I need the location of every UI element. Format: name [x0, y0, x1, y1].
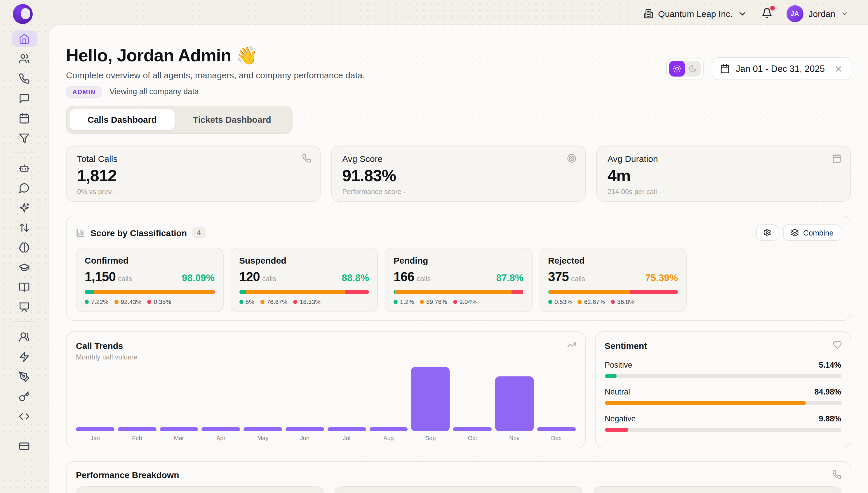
users-icon [19, 53, 30, 64]
graduation-cap-icon [19, 261, 30, 273]
sidebar-item-book-open[interactable] [12, 279, 37, 295]
stat-label: Avg Score [342, 153, 575, 164]
org-switcher[interactable]: Quantum Leap Inc. [643, 9, 747, 19]
classification-progress-bar [548, 290, 678, 294]
stat-value: 1,812 [77, 168, 310, 184]
page-subtitle: Complete overview of all agents, manager… [66, 69, 365, 81]
call-trends-chart: JanFebMarAprMayJunJulAugSepOctNovDec [76, 367, 575, 441]
sidebar-item-presentation[interactable] [12, 299, 37, 315]
section-title: Score by Classification [91, 228, 187, 238]
phone-icon [19, 73, 30, 84]
sidebar-item-message-circle[interactable] [12, 179, 37, 196]
sidebar-item-code[interactable] [12, 408, 37, 424]
sentiment-card: Sentiment Positive5.14%Neutral84.98%Nega… [595, 331, 851, 448]
sidebar-item-arrow-up-down[interactable] [12, 219, 37, 236]
sun-icon [673, 64, 681, 73]
sidebar-item-brain[interactable] [12, 239, 37, 255]
sidebar-item-users[interactable] [12, 50, 37, 67]
credit-card-icon [19, 441, 30, 451]
performance-breakdown-section: Performance Breakdown Total CallsActive … [66, 461, 851, 493]
tab-calls-dashboard[interactable]: Calls Dashboard [69, 109, 175, 130]
clear-date-icon[interactable] [833, 64, 843, 73]
layers-icon [791, 229, 799, 237]
chevron-down-icon [841, 10, 848, 18]
sidebar-item-credit-card[interactable] [12, 438, 37, 454]
bot-icon [19, 162, 30, 173]
zap-icon [19, 351, 30, 362]
stat-cards: Total Calls 1,812 0% vs prev · Avg Score… [66, 146, 851, 202]
page-header: Hello, Jordan Admin 👋 Complete overview … [66, 46, 365, 98]
bar-Jan [76, 427, 114, 431]
chart-subtitle: Monthly call volume [76, 353, 575, 361]
bar-Apr [202, 427, 240, 431]
pen-tool-icon [19, 371, 30, 382]
notification-dot [770, 5, 775, 10]
arrow-up-down-icon [19, 222, 30, 233]
sidebar-item-pen-tool[interactable] [12, 368, 37, 385]
sidebar-item-key[interactable] [12, 388, 37, 404]
notifications-button[interactable] [761, 7, 772, 20]
avatar: JA [786, 5, 803, 22]
performance-card-total-calls: Total Calls [76, 486, 324, 493]
legend-item: 5% [239, 298, 254, 305]
stat-value: 4m [608, 168, 840, 184]
sentiment-value: 9.88% [819, 414, 841, 424]
theme-toggle [666, 58, 704, 80]
performance-card-active-agents: Active Agents [335, 486, 583, 493]
sidebar-item-calendar[interactable] [12, 110, 37, 126]
trending-up-icon [567, 340, 576, 349]
sidebar-item-home[interactable] [12, 30, 37, 47]
section-title: Performance Breakdown [76, 470, 179, 479]
chevron-down-icon [737, 9, 747, 19]
role-badge: ADMIN [66, 86, 102, 97]
message-square-icon [19, 93, 30, 104]
classification-settings-button[interactable] [756, 224, 779, 241]
sentiment-bar [604, 374, 841, 378]
classification-count-badge: 4 [192, 227, 205, 238]
book-open-icon [19, 281, 30, 293]
sidebar-item-zap[interactable] [12, 348, 37, 365]
key-icon [19, 391, 30, 402]
legend-item: 92.43% [114, 298, 142, 305]
light-mode-button[interactable] [669, 61, 685, 77]
stat-sub: Performance score · [342, 188, 575, 196]
user-name: Jordan [808, 9, 835, 18]
x-axis-label: Apr [202, 435, 240, 441]
sentiment-bar [604, 401, 841, 405]
x-axis-label: Jun [285, 435, 324, 441]
sidebar-item-sparkles[interactable] [12, 199, 37, 216]
stat-sub: 0% vs prev · [77, 188, 310, 196]
classification-card-confirmed: Confirmed1,150calls98.09%7.22%92.43%0.35… [76, 248, 223, 312]
combine-button[interactable]: Combine [783, 224, 841, 241]
sidebar-item-bot[interactable] [12, 159, 37, 176]
presentation-icon [19, 301, 30, 313]
x-axis-label: Jan [76, 435, 114, 441]
user-menu[interactable]: JA Jordan [786, 5, 848, 22]
sidebar-divider [13, 153, 36, 153]
moon-icon [688, 64, 697, 73]
home-icon [19, 33, 30, 44]
brain-icon [19, 242, 30, 253]
sidebar-item-message-square[interactable] [12, 90, 37, 106]
sentiment-title: Sentiment [604, 340, 841, 351]
x-axis-label: May [244, 435, 282, 441]
target-icon [567, 154, 577, 163]
sidebar-item-phone[interactable] [12, 70, 37, 86]
topbar: Quantum Leap Inc. JA Jordan [643, 5, 848, 22]
date-range-picker[interactable]: Jan 01 - Dec 31, 2025 [712, 57, 851, 80]
bar-Sep [411, 367, 450, 431]
sentiment-label: Negative [604, 414, 636, 424]
classification-progress-bar [85, 290, 214, 294]
dark-mode-button[interactable] [685, 61, 701, 77]
classification-calls: 166calls [393, 270, 431, 285]
bar-Aug [369, 427, 408, 431]
sidebar-item-graduation-cap[interactable] [12, 259, 37, 275]
sidebar-divider [13, 321, 36, 322]
classification-score: 98.09% [182, 272, 214, 283]
stat-label: Avg Duration [608, 153, 840, 164]
tab-tickets-dashboard[interactable]: Tickets Dashboard [175, 109, 289, 130]
sidebar-item-users-round[interactable] [12, 328, 37, 345]
classification-calls: 1,150calls [85, 270, 132, 285]
sidebar-item-filter[interactable] [12, 130, 37, 146]
classification-score: 87.8% [496, 272, 524, 283]
